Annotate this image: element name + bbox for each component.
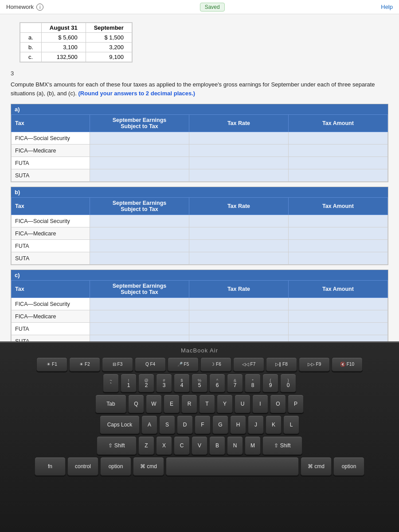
input-2[interactable] <box>292 243 384 249</box>
key-x[interactable]: X <box>156 436 172 455</box>
input-cell-2[interactable] <box>288 169 387 182</box>
key-f7[interactable]: ◁◁ F7 <box>233 357 264 372</box>
key-f1[interactable]: ☀ F1 <box>36 357 67 372</box>
input-cell-0[interactable] <box>90 145 189 157</box>
input-2[interactable] <box>292 313 384 320</box>
input-cell-0[interactable] <box>90 169 189 182</box>
key-shift-right[interactable]: ⇧ Shift <box>262 436 302 455</box>
key-p[interactable]: P <box>288 395 304 413</box>
key-3[interactable]: #3 <box>156 374 172 392</box>
input-cell-0[interactable] <box>90 310 189 323</box>
key-n[interactable]: N <box>227 436 243 455</box>
key-w[interactable]: W <box>146 395 162 413</box>
key-cmd-left[interactable]: ⌘ cmd <box>133 457 164 476</box>
input-cell-1[interactable] <box>189 145 288 157</box>
input-0[interactable] <box>94 301 185 307</box>
input-2[interactable] <box>292 231 384 237</box>
key-caps[interactable]: Caps Lock <box>100 415 140 434</box>
info-icon[interactable]: i <box>36 4 43 11</box>
input-2[interactable] <box>292 255 384 262</box>
input-cell-2[interactable] <box>288 310 387 323</box>
input-cell-1[interactable] <box>189 132 288 145</box>
key-6[interactable]: ^6 <box>209 374 225 392</box>
input-2[interactable] <box>292 326 384 332</box>
key-o[interactable]: O <box>270 395 286 413</box>
key-z[interactable]: Z <box>138 436 154 455</box>
input-2[interactable] <box>292 160 384 166</box>
input-1[interactable] <box>193 326 285 332</box>
input-cell-2[interactable] <box>288 227 387 240</box>
input-cell-1[interactable] <box>189 227 288 240</box>
key-f4[interactable]: Q F4 <box>135 357 166 372</box>
key-i[interactable]: I <box>252 395 268 413</box>
key-f8[interactable]: ▷‖ F8 <box>266 357 297 372</box>
input-1[interactable] <box>193 135 285 141</box>
key-b[interactable]: B <box>209 436 225 455</box>
input-2[interactable] <box>292 301 384 307</box>
input-1[interactable] <box>193 255 285 262</box>
input-cell-1[interactable] <box>189 310 288 323</box>
input-0[interactable] <box>94 135 185 141</box>
key-tab[interactable]: Tab <box>95 395 126 413</box>
input-1[interactable] <box>193 313 285 320</box>
input-cell-2[interactable] <box>288 252 387 265</box>
input-1[interactable] <box>193 231 285 237</box>
key-f2[interactable]: ☀ F2 <box>69 357 100 372</box>
input-2[interactable] <box>292 148 384 154</box>
input-0[interactable] <box>94 218 185 224</box>
input-cell-0[interactable] <box>90 298 189 310</box>
key-r[interactable]: R <box>181 395 197 413</box>
input-cell-2[interactable] <box>288 215 387 227</box>
input-cell-0[interactable] <box>90 157 189 169</box>
input-0[interactable] <box>94 231 185 237</box>
key-cmd-right[interactable]: ⌘ cmd <box>301 457 332 476</box>
key-4[interactable]: $4 <box>174 374 190 392</box>
input-cell-2[interactable] <box>288 145 387 157</box>
key-8[interactable]: *8 <box>245 374 261 392</box>
key-q[interactable]: Q <box>128 395 144 413</box>
input-cell-1[interactable] <box>189 169 288 182</box>
input-cell-0[interactable] <box>90 252 189 265</box>
input-cell-1[interactable] <box>189 323 288 335</box>
input-cell-0[interactable] <box>90 240 189 252</box>
input-cell-1[interactable] <box>189 157 288 169</box>
key-g[interactable]: G <box>212 415 228 434</box>
input-1[interactable] <box>193 160 285 166</box>
key-h[interactable]: H <box>230 415 246 434</box>
input-0[interactable] <box>94 313 185 320</box>
key-1[interactable]: !1 <box>121 374 137 392</box>
key-l[interactable]: L <box>283 415 299 434</box>
key-c[interactable]: C <box>174 436 190 455</box>
key-0[interactable]: )0 <box>280 374 296 392</box>
key-e[interactable]: E <box>164 395 180 413</box>
input-cell-2[interactable] <box>288 323 387 335</box>
input-1[interactable] <box>193 172 285 179</box>
key-f9[interactable]: ▷▷ F9 <box>299 357 330 372</box>
input-0[interactable] <box>94 148 185 154</box>
key-f10[interactable]: 🔇 F10 <box>332 357 363 372</box>
key-fn[interactable]: fn <box>35 457 66 476</box>
help-link[interactable]: Help <box>381 4 393 10</box>
input-2[interactable] <box>292 172 384 179</box>
input-0[interactable] <box>94 243 185 249</box>
input-0[interactable] <box>94 160 185 166</box>
key-option-right[interactable]: option <box>333 457 364 476</box>
input-cell-1[interactable] <box>189 240 288 252</box>
input-2[interactable] <box>292 135 384 141</box>
input-cell-1[interactable] <box>189 215 288 227</box>
key-j[interactable]: J <box>248 415 264 434</box>
key-5[interactable]: %5 <box>192 374 207 392</box>
key-f3[interactable]: ⊟ F3 <box>102 357 133 372</box>
key-2[interactable]: @2 <box>138 374 154 392</box>
input-cell-2[interactable] <box>288 240 387 252</box>
key-tilde[interactable]: ~` <box>103 374 119 392</box>
input-1[interactable] <box>193 301 285 307</box>
input-cell-0[interactable] <box>90 132 189 145</box>
input-1[interactable] <box>193 243 285 249</box>
input-1[interactable] <box>193 218 285 224</box>
key-k[interactable]: K <box>266 415 282 434</box>
input-0[interactable] <box>94 255 185 262</box>
key-f[interactable]: F <box>195 415 211 434</box>
key-u[interactable]: U <box>235 395 250 413</box>
key-f6[interactable]: ☽ F6 <box>200 357 231 372</box>
